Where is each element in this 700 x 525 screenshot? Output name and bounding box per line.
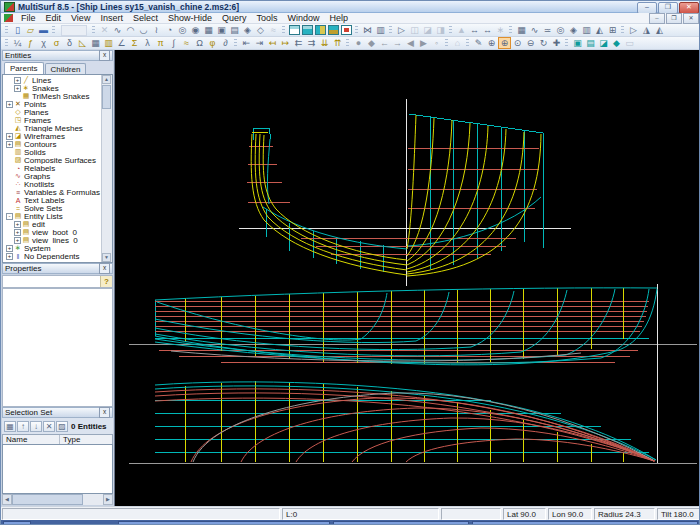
close-icon[interactable]: x — [99, 407, 110, 418]
toolbar-button[interactable]: Ω — [193, 37, 206, 49]
scroll-down-icon[interactable]: ▼ — [102, 253, 111, 262]
tree-item[interactable]: ▥Solids — [4, 148, 101, 156]
toolbar-button[interactable]: ⊙ — [511, 37, 524, 49]
toolbar-button[interactable]: ◎ — [176, 24, 189, 36]
menu-item-edit[interactable]: Edit — [41, 13, 67, 23]
toolbar-button[interactable]: ≈ — [180, 37, 193, 49]
tree-item[interactable]: ∴Knotlists — [4, 180, 101, 188]
selection-tool-button[interactable]: ▨ — [56, 421, 68, 432]
toolbar-button[interactable]: ▤ — [228, 24, 241, 36]
toolbar-button[interactable]: ≃ — [541, 24, 554, 36]
toolbar-button[interactable]: ▬ — [37, 24, 50, 36]
toolbar-button[interactable]: σ — [50, 37, 63, 49]
toolbar-grip[interactable] — [565, 39, 568, 48]
help-icon[interactable]: ? — [100, 276, 112, 287]
tree-scrollbar[interactable]: ▲ ▼ — [101, 75, 112, 262]
toolbar-button[interactable]: ⊕ — [485, 37, 498, 49]
close-icon[interactable]: x — [99, 50, 110, 61]
view-button[interactable] — [288, 24, 301, 36]
toolbar-button[interactable]: ◪ — [421, 24, 434, 36]
toolbar-button[interactable]: ← — [378, 37, 391, 49]
toolbar-button[interactable]: ⇤ — [240, 37, 253, 49]
toolbar-button[interactable]: ∠ — [115, 37, 128, 49]
toolbar-button[interactable]: δ — [63, 37, 76, 49]
toolbar-button[interactable]: ◠ — [124, 24, 137, 36]
selection-tool-button[interactable]: ✕ — [43, 421, 55, 432]
toolbar-button[interactable]: ▦ — [202, 24, 215, 36]
toolbar-button[interactable]: ◈ — [567, 24, 580, 36]
tree-expander[interactable]: + — [14, 77, 21, 84]
toolbar-button[interactable]: Σ — [128, 37, 141, 49]
toolbar-button[interactable]: ⊞ — [606, 24, 619, 36]
menu-item-help[interactable]: Help — [325, 13, 354, 23]
toolbar-button[interactable]: ◮ — [640, 24, 653, 36]
tree-item[interactable]: ◔Relabels — [4, 164, 101, 172]
tree-item[interactable]: ▨Composite Surfaces — [4, 156, 101, 164]
view-button[interactable] — [314, 24, 327, 36]
toolbar-button[interactable]: ✎ — [472, 37, 485, 49]
selection-tool-button[interactable]: ↓ — [30, 421, 42, 432]
toolbar-grip[interactable] — [5, 26, 8, 35]
close-icon[interactable]: x — [99, 263, 110, 274]
view-button[interactable] — [340, 24, 353, 36]
scroll-thumb[interactable] — [102, 85, 111, 109]
toolbar-grip[interactable] — [282, 26, 285, 35]
tree-expander[interactable]: + — [14, 85, 21, 92]
toolbar-button[interactable]: ⊕ — [498, 37, 511, 49]
toolbar-button[interactable]: ◔ — [163, 24, 176, 36]
tree-item[interactable]: =Solve Sets — [4, 204, 101, 212]
toolbar-button[interactable]: λ — [141, 37, 154, 49]
selection-caption[interactable]: Selection Set x — [2, 407, 113, 418]
toolbar-button[interactable]: ▥ — [580, 24, 593, 36]
toolbar-button[interactable]: ↤ — [266, 37, 279, 49]
toolbar-button[interactable]: ▯ — [11, 24, 24, 36]
selection-list[interactable] — [2, 444, 113, 494]
child-restore-button[interactable]: ❐ — [666, 13, 682, 24]
tree-expander[interactable]: + — [6, 101, 13, 108]
toolbar-button[interactable]: ◦ — [430, 37, 443, 49]
properties-body[interactable] — [2, 288, 113, 407]
toolbar-button[interactable]: ↔ — [468, 24, 481, 36]
toolbar-button[interactable]: ▲ — [455, 24, 468, 36]
entities-caption[interactable]: Entities x — [2, 50, 113, 61]
toolbar-grip[interactable] — [5, 39, 8, 48]
toolbar-grip[interactable] — [355, 26, 358, 35]
toolbar-grip[interactable] — [509, 26, 512, 35]
tree-item[interactable]: +‖No Dependents — [4, 252, 101, 260]
toolbar-button[interactable]: ▶ — [417, 37, 430, 49]
toolbar-grip[interactable] — [52, 26, 55, 35]
toolbar-grip[interactable] — [449, 26, 452, 35]
toolbar-grip[interactable] — [389, 26, 392, 35]
toolbar-button[interactable]: ▦ — [89, 37, 102, 49]
scroll-up-icon[interactable]: ▲ — [102, 75, 111, 84]
toolbar-button[interactable]: ⇇ — [292, 37, 305, 49]
toolbar-button[interactable]: ◉ — [189, 24, 202, 36]
toolbar-button[interactable]: ◫ — [408, 24, 421, 36]
tree-item[interactable]: +✕Points — [4, 100, 101, 108]
tree-expander[interactable]: + — [6, 133, 13, 140]
toolbar-button[interactable]: ≀ — [150, 24, 163, 36]
toolbar-grip[interactable] — [466, 39, 469, 48]
toolbar-grip[interactable] — [234, 39, 237, 48]
toolbar-button[interactable]: → — [391, 37, 404, 49]
toolbar-button[interactable]: ▭ — [623, 37, 636, 49]
toolbar-button[interactable]: ◇ — [254, 24, 267, 36]
toolbar-button[interactable]: φ — [206, 37, 219, 49]
toolbar-button[interactable]: ∫ — [167, 37, 180, 49]
toolbar-button[interactable]: ● — [352, 37, 365, 49]
menu-item-show-hide[interactable]: Show-Hide — [163, 13, 217, 23]
properties-caption[interactable]: Properties x — [2, 263, 113, 274]
toolbar-button[interactable]: ▷ — [627, 24, 640, 36]
toolbar-button[interactable]: ◀ — [404, 37, 417, 49]
toolbar-button[interactable]: ◨ — [434, 24, 447, 36]
menu-item-insert[interactable]: Insert — [95, 13, 128, 23]
toolbar-button[interactable]: χ — [37, 37, 50, 49]
taskbar-strip[interactable] — [1, 520, 700, 525]
toolbar-button[interactable]: ◎ — [554, 24, 567, 36]
scroll-left-icon[interactable]: ◀ — [2, 494, 12, 505]
menu-item-query[interactable]: Query — [217, 13, 252, 23]
toolbar-button[interactable]: ↔ — [481, 24, 494, 36]
tree-item[interactable]: +▤view_lines_0 — [4, 236, 101, 244]
selection-tool-button[interactable]: ▦ — [4, 421, 16, 432]
tree-expander[interactable]: + — [6, 253, 13, 260]
